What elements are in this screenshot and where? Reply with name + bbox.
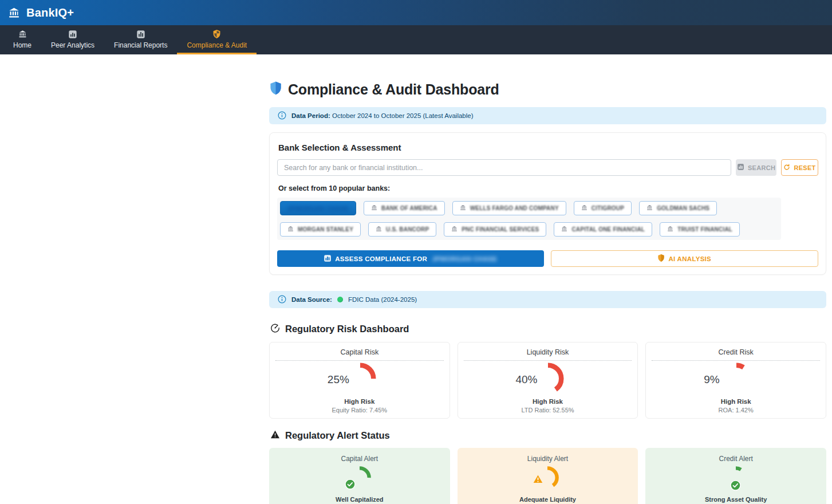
risk-gauge-card-credit: Credit Risk 9% High Risk ROA: 1.42% (645, 342, 826, 419)
check-circle-icon (730, 480, 741, 493)
risk-gauge-card-capital: Capital Risk 25% High Risk Equity Ratio:… (269, 342, 450, 419)
status-dot-green (337, 297, 343, 302)
gauge-chart: 9% (690, 362, 782, 397)
page-title: Compliance & Audit Dashboard (288, 81, 499, 98)
risk-dashboard-heading: Regulatory Risk Dashboard (285, 324, 409, 334)
bank-button-selected[interactable]: JPMORGAN CHASE (280, 201, 356, 215)
bank-building-icon (581, 204, 587, 212)
risk-dashboard-section: Regulatory Risk Dashboard Capital Risk 2… (269, 323, 826, 419)
bank-button[interactable]: PNC FINANCIAL SERVICES (444, 222, 546, 237)
main-tabbar: Home Peer Analytics Financial Reports Co… (0, 25, 832, 54)
bank-building-icon (451, 226, 458, 233)
bank-building-icon (287, 226, 294, 233)
gauge-percent: 9% (704, 373, 719, 386)
ai-analysis-button[interactable]: AI ANALYSIS (551, 250, 819, 267)
risk-dashboard-heading-row: Regulatory Risk Dashboard (270, 323, 826, 335)
search-button-label: SEARCH (748, 164, 775, 171)
ai-analysis-label: AI ANALYSIS (668, 255, 711, 262)
bank-logo-icon (8, 7, 20, 19)
bank-name-redacted: JPMORGAN CHASE (287, 205, 349, 212)
assess-row: ASSESS COMPLIANCE FOR JPMORGAN CHASE AI … (277, 250, 818, 267)
bank-name-redacted: BANK OF AMERICA (381, 205, 437, 211)
bank-name-redacted: WELLS FARGO AND COMPANY (470, 205, 559, 211)
bank-building-icon (371, 204, 377, 212)
data-period-value: October 2024 to October 2025 (Latest Ava… (332, 112, 474, 119)
assess-button-label: ASSESS COMPLIANCE FOR (335, 255, 427, 262)
gauge-metric: ROA: 1.42% (719, 407, 754, 414)
alert-status-label: Adequate Liquidity (519, 496, 576, 503)
popular-banks-grid: JPMORGAN CHASE BANK OF AMERICA WELLS FAR… (277, 198, 781, 240)
data-source-value: FDIC Data (2024-2025) (348, 296, 417, 303)
gauge-metric: LTD Ratio: 52.55% (521, 407, 574, 414)
search-button[interactable]: SEARCH (736, 159, 776, 176)
reset-button-label: RESET (794, 164, 815, 171)
alert-card-liquidity: Liquidity Alert Adequate Liquidity (458, 448, 638, 504)
bank-button[interactable]: GOLDMAN SACHS (639, 201, 717, 215)
bank-name-redacted: CAPITAL ONE FINANCIAL (571, 226, 645, 233)
assess-compliance-button[interactable]: ASSESS COMPLIANCE FOR JPMORGAN CHASE (277, 250, 544, 267)
bank-button[interactable]: CAPITAL ONE FINANCIAL (554, 222, 652, 237)
warning-triangle-icon (270, 430, 280, 441)
alert-gauge (341, 464, 378, 491)
bank-name-redacted: MORGAN STANLEY (298, 226, 353, 233)
shield-icon (212, 29, 221, 39)
data-period-text: Data Period: October 2024 to October 202… (291, 112, 474, 119)
alert-status-label: Strong Asset Quality (705, 496, 767, 503)
app-title: BankIQ+ (26, 6, 74, 19)
popular-banks-label: Or select from 10 popular banks: (278, 184, 818, 192)
tab-home-label: Home (13, 41, 31, 49)
bank-button[interactable]: WELLS FARGO AND COMPANY (452, 201, 566, 215)
bank-name-redacted: PNC FINANCIAL SERVICES (462, 226, 539, 233)
gauge-title: Capital Risk (275, 348, 444, 361)
alert-cards-row: Capital Alert Well Capitalized Liquidity… (269, 448, 826, 504)
tab-compliance-audit-label: Compliance & Audit (187, 41, 247, 49)
alert-status-label: Well Capitalized (336, 496, 384, 503)
bank-name-redacted: GOLDMAN SACHS (657, 205, 709, 211)
check-circle-icon (345, 479, 356, 492)
tab-peer-analytics[interactable]: Peer Analytics (41, 25, 104, 54)
tab-financial-reports[interactable]: Financial Reports (104, 25, 177, 54)
bank-button[interactable]: TRUIST FINANCIAL (660, 222, 740, 237)
gauge-title: Credit Risk (652, 348, 820, 361)
alert-title: Capital Alert (341, 455, 378, 463)
alert-title: Credit Alert (719, 455, 752, 463)
alert-status-heading: Regulatory Alert Status (285, 430, 390, 441)
gauge-chart: 25% (314, 362, 405, 397)
shield-title-icon (269, 81, 282, 98)
data-source-bar: Data Source: FDIC Data (2024-2025) (269, 291, 826, 308)
tab-financial-reports-label: Financial Reports (114, 41, 167, 49)
gauge-title: Liquidity Risk (464, 348, 632, 361)
bank-button[interactable]: BANK OF AMERICA (364, 201, 445, 215)
bank-name-redacted: TRUIST FINANCIAL (677, 226, 732, 233)
bank-building-icon (561, 226, 567, 233)
main-content: Compliance & Audit Dashboard Data Period… (269, 81, 826, 504)
risk-gauge-card-liquidity: Liquidity Risk 40% High Risk LTD Ratio: … (458, 342, 638, 419)
gauge-percent: 40% (515, 373, 537, 386)
data-source-label: Data Source: (291, 296, 332, 303)
info-icon (278, 111, 286, 121)
bank-building-icon (667, 226, 673, 233)
bank-selection-card: Bank Selection & Assessment SEARCH RESET… (269, 132, 826, 275)
page-title-row: Compliance & Audit Dashboard (269, 81, 826, 98)
gauge-icon (270, 323, 280, 335)
home-bank-icon (18, 29, 27, 39)
alert-status-section: Regulatory Alert Status Capital Alert We… (269, 430, 826, 504)
tab-home[interactable]: Home (3, 25, 41, 54)
data-period-label: Data Period: (291, 112, 330, 119)
tab-peer-analytics-label: Peer Analytics (51, 41, 94, 49)
refresh-icon (783, 164, 790, 172)
gauge-risk-level: High Risk (721, 398, 751, 405)
tab-compliance-audit[interactable]: Compliance & Audit (177, 25, 257, 54)
search-input[interactable] (277, 159, 731, 176)
bank-button[interactable]: MORGAN STANLEY (280, 222, 361, 237)
bank-button[interactable]: CITIGROUP (574, 201, 632, 215)
bank-button[interactable]: U.S. BANCORP (368, 222, 436, 237)
alert-title: Liquidity Alert (527, 455, 568, 463)
alert-gauge (717, 464, 754, 491)
bar-chart-icon (68, 29, 77, 39)
bank-selection-heading: Bank Selection & Assessment (278, 143, 818, 152)
warning-badge-icon (533, 474, 543, 486)
reset-button[interactable]: RESET (781, 159, 818, 176)
top-navbar: BankIQ+ (0, 0, 832, 25)
alert-card-capital: Capital Alert Well Capitalized (269, 448, 450, 504)
